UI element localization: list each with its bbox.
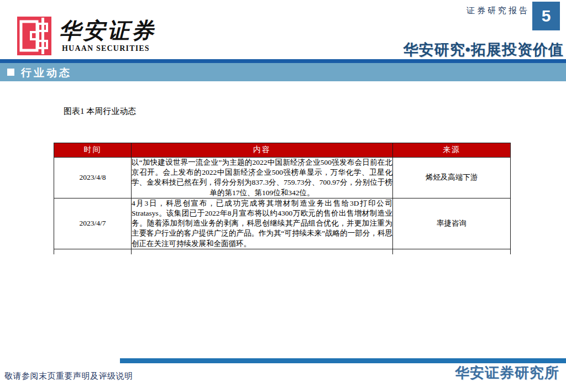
figure-caption: 图表1 本周行业动态 xyxy=(64,106,136,117)
news-content: 以“加快建设世界一流企业”为主题的2022中国新经济企业500强发布会日前在北京… xyxy=(132,158,393,198)
report-type-label: 证券研究报告 xyxy=(458,6,530,16)
industry-news-table: 时间 内容 来源 2023/4/8 以“加快建设世界一流企业”为主题的2022中… xyxy=(54,143,511,254)
table-header-row: 时间 内容 来源 xyxy=(54,143,511,158)
news-content-text: 4月3日，科思创宣布，已成功完成将其增材制造业务出售给3D打印公司Stratas… xyxy=(132,198,392,249)
brand-slogan: 华安研究•拓展投资价值 xyxy=(326,40,564,60)
news-source: 率捷咨询 xyxy=(393,198,511,249)
news-source: 烯烃及高端下游 xyxy=(393,158,511,198)
section-band: 行业动态 xyxy=(0,63,566,81)
footer-institute: 华安证券研究所 xyxy=(455,363,559,383)
huaan-logo-icon xyxy=(17,17,51,55)
column-header-time: 时间 xyxy=(54,143,132,158)
table-row: 2023/4/8 以“加快建设世界一流企业”为主题的2022中国新经济企业500… xyxy=(54,158,511,198)
news-date: 2023/4/8 xyxy=(54,158,132,198)
header-divider-strip xyxy=(0,59,566,63)
section-bullet-icon xyxy=(7,69,14,76)
empty-cell xyxy=(132,249,393,254)
news-date: 2023/4/7 xyxy=(54,198,132,249)
footer-disclaimer: 敬请参阅末页重要声明及评级说明 xyxy=(4,371,133,381)
footer-accent-bar xyxy=(120,358,566,363)
empty-cell xyxy=(54,249,132,254)
empty-cell xyxy=(393,249,511,254)
page-number-box: 5 xyxy=(532,2,560,30)
news-content-text: 以“加快建设世界一流企业”为主题的2022中国新经济企业500强发布会日前在北京… xyxy=(132,158,392,198)
page-number: 5 xyxy=(542,7,551,25)
section-title: 行业动态 xyxy=(21,66,72,80)
news-content: 4月3日，科思创宣布，已成功完成将其增材制造业务出售给3D打印公司Stratas… xyxy=(132,198,393,249)
column-header-content: 内容 xyxy=(132,143,393,158)
brand-name-cn: 华安证券 xyxy=(59,19,156,43)
brand-name-en: HUAAN SECURITIES xyxy=(62,44,150,53)
table-row: 2023/4/7 4月3日，科思创宣布，已成功完成将其增材制造业务出售给3D打印… xyxy=(54,198,511,249)
column-header-source: 来源 xyxy=(393,143,511,158)
report-page: 华安证券 HUAAN SECURITIES 证券研究报告 5 华安研究•拓展投资… xyxy=(0,0,566,392)
table-row-truncated xyxy=(54,249,511,254)
